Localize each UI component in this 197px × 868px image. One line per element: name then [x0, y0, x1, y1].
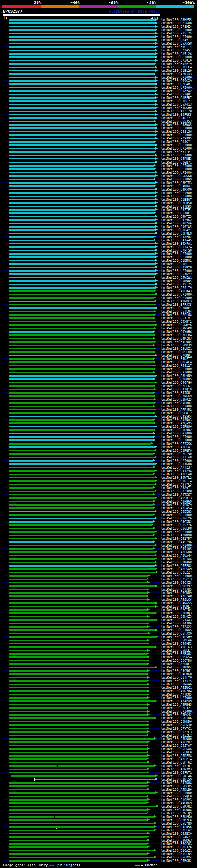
alignment-bar[interactable]: [9, 463, 155, 465]
alignment-bar[interactable]: [9, 26, 156, 27]
alignment-bar[interactable]: [9, 501, 153, 502]
hit-label[interactable]: UniRef100_C9SGS4: [161, 655, 196, 659]
hit-label[interactable]: UniRef100_P09895: [161, 137, 196, 140]
alignment-bar[interactable]: [9, 365, 154, 366]
alignment-bar[interactable]: [9, 721, 146, 722]
hit-label[interactable]: UniRef100_Q90YW5: [161, 225, 196, 228]
alignment-bar[interactable]: [9, 585, 156, 587]
alignment-bar[interactable]: [9, 419, 153, 421]
hit-label[interactable]: UniRef100_A9SNA3: [161, 418, 196, 422]
alignment-bar[interactable]: [9, 666, 155, 668]
hit-label[interactable]: UniRef100_UPI000..: [161, 367, 196, 371]
alignment-bar[interactable]: [9, 660, 146, 661]
hit-label[interactable]: UniRef100_Q8AVI7: [161, 38, 196, 42]
hit-label[interactable]: UniRef100_C4JNX0: [161, 832, 196, 835]
alignment-bar[interactable]: [9, 602, 156, 604]
alignment-bar[interactable]: [9, 185, 154, 187]
alignment-bar[interactable]: [9, 385, 154, 387]
hit-label[interactable]: UniRef100_UPI000..: [161, 432, 196, 435]
alignment-bar[interactable]: [9, 670, 147, 672]
alignment-bar[interactable]: [9, 545, 155, 546]
alignment-bar[interactable]: [9, 541, 153, 543]
hit-label[interactable]: UniRef100_Q75C13: [161, 578, 196, 581]
alignment-bar[interactable]: [9, 480, 155, 482]
alignment-bar[interactable]: [9, 267, 156, 268]
alignment-bar[interactable]: [9, 195, 156, 197]
alignment-bar[interactable]: [9, 494, 153, 495]
hit-label[interactable]: UniRef100_C1BF77: [161, 99, 196, 103]
alignment-bar[interactable]: [9, 73, 154, 75]
alignment-bar[interactable]: [9, 246, 156, 248]
hit-label[interactable]: UniRef100_O44248: [161, 469, 196, 473]
hit-label[interactable]: UniRef100_A7QAV5: [161, 422, 196, 425]
hit-label[interactable]: UniRef100_A8NXM3: [161, 768, 196, 771]
alignment-bar[interactable]: [9, 796, 146, 797]
alignment-bar[interactable]: [9, 263, 156, 265]
alignment-bar[interactable]: [9, 124, 156, 126]
alignment-bar[interactable]: [9, 355, 155, 356]
hit-label[interactable]: UniRef100_Q0GN71: [161, 161, 196, 164]
alignment-bar[interactable]: [9, 782, 147, 784]
alignment-bar[interactable]: [9, 568, 155, 570]
hit-label[interactable]: UniRef100_B5DK39: [161, 344, 196, 347]
alignment-bar[interactable]: [9, 758, 146, 760]
alignment-bar[interactable]: [9, 304, 154, 305]
hit-label[interactable]: UniRef100_Q6FJX0: [161, 632, 196, 635]
hit-label[interactable]: UniRef100_A6ZWC1: [161, 686, 196, 689]
hit-label[interactable]: UniRef100_A9TYC5: [161, 483, 196, 486]
alignment-bar[interactable]: [9, 84, 156, 85]
hit-label[interactable]: UniRef100_C9ZZL2: [161, 734, 196, 737]
hit-label[interactable]: UniRef100_B9SFU0: [161, 350, 196, 354]
hit-label[interactable]: UniRef100_O59953: [161, 642, 196, 645]
alignment-bar[interactable]: [9, 802, 146, 804]
alignment-bar[interactable]: [9, 111, 156, 112]
alignment-bar[interactable]: [9, 443, 151, 445]
alignment-bar[interactable]: [9, 646, 155, 648]
hit-label[interactable]: UniRef100_A7S1I9: [161, 286, 196, 289]
hit-label[interactable]: UniRef100_Q2GYD4: [161, 608, 196, 612]
hit-label[interactable]: UniRef100_Q0JGY1: [161, 140, 196, 144]
hit-label[interactable]: UniRef100_C4Y475: [161, 679, 196, 683]
hit-label[interactable]: UniRef100_B8M2C6: [161, 818, 196, 822]
hit-label[interactable]: UniRef100_C1MOG8: [161, 561, 196, 564]
hit-label[interactable]: UniRef100_A4IB88: [161, 781, 196, 784]
hit-label[interactable]: UniRef100_UPI000..: [161, 513, 196, 517]
alignment-bar[interactable]: [9, 46, 156, 48]
alignment-bar[interactable]: [9, 311, 154, 312]
hit-label[interactable]: UniRef100_Q4N655: [161, 601, 196, 605]
hit-label[interactable]: UniRef100_C5P6X6: [161, 747, 196, 751]
alignment-bar[interactable]: [9, 94, 156, 95]
alignment-bar[interactable]: [9, 633, 148, 634]
alignment-bar[interactable]: [9, 33, 156, 34]
hit-label[interactable]: UniRef100_Q8LBI1: [161, 347, 196, 350]
hit-label[interactable]: UniRef100_B5DGH0: [161, 106, 196, 110]
alignment-bar[interactable]: [9, 565, 155, 566]
alignment-bar[interactable]: [9, 833, 147, 834]
alignment-bar[interactable]: [9, 826, 154, 828]
alignment-bar[interactable]: [9, 616, 147, 617]
alignment-bar[interactable]: [9, 765, 154, 767]
alignment-bar[interactable]: [9, 29, 156, 31]
alignment-bar[interactable]: [9, 785, 146, 787]
hit-label[interactable]: UniRef100_B0Z9K8: [161, 490, 196, 493]
hit-label[interactable]: UniRef100_B0FWK5: [161, 113, 196, 116]
alignment-bar[interactable]: [9, 66, 156, 68]
alignment-bar[interactable]: [9, 328, 154, 329]
hit-label[interactable]: UniRef100_B5DGK8: [161, 174, 196, 178]
hit-label[interactable]: UniRef100_B3RNF8: [161, 449, 196, 452]
alignment-bar[interactable]: [9, 687, 146, 688]
alignment-bar[interactable]: [9, 145, 156, 146]
alignment-bar[interactable]: [9, 860, 147, 862]
hit-label[interactable]: UniRef100_C5WZW1: [161, 276, 196, 279]
hit-label[interactable]: UniRef100_A6RFM8: [161, 754, 196, 757]
alignment-bar[interactable]: [9, 572, 156, 573]
hit-label[interactable]: UniRef100_Q8ITA8: [161, 456, 196, 459]
hit-label[interactable]: UniRef100_A9PH69: [161, 500, 196, 503]
alignment-bar[interactable]: [9, 368, 154, 370]
alignment-bar[interactable]: [9, 531, 155, 533]
alignment-bar[interactable]: [9, 592, 147, 594]
hit-label[interactable]: UniRef100_B5XGY2: [161, 273, 196, 276]
hit-label[interactable]: UniRef100_A8E608: [161, 551, 196, 554]
alignment-bar[interactable]: [9, 518, 155, 519]
hit-label[interactable]: UniRef100_A9PFA8: [161, 473, 196, 476]
